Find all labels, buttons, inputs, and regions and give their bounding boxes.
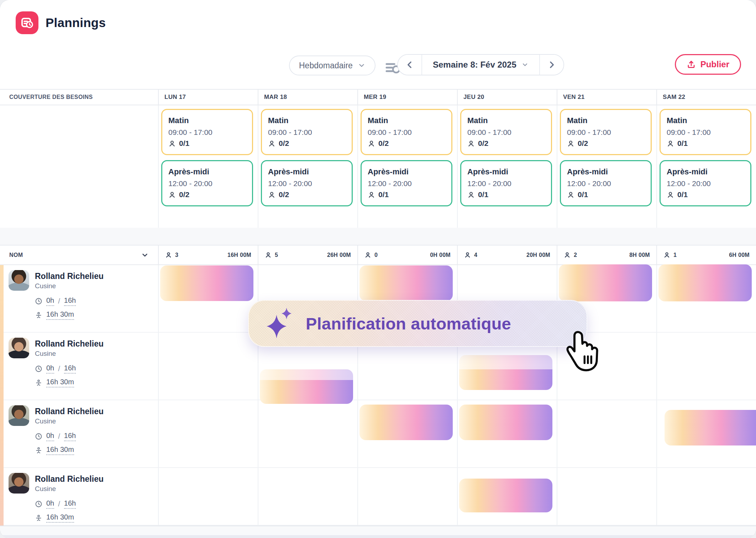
morning-shift-card[interactable]: Matin 09:00 - 17:00 0/2 [560, 109, 652, 155]
week-selector[interactable]: Semaine 8: Fév 2025 [421, 55, 540, 75]
clock-icon [35, 500, 42, 508]
day-total-hours: 16H 00M [227, 252, 251, 258]
shift-title: Matin [667, 115, 744, 126]
coverage-day-column: Matin 09:00 - 17:00 0/2 Après-midi 12:00… [357, 105, 457, 228]
person-icon [663, 252, 670, 258]
schedule-cell[interactable] [158, 468, 258, 526]
shift-bar[interactable] [160, 265, 253, 301]
hours-worked[interactable]: 16h 30m [46, 513, 74, 523]
shift-title: Matin [168, 115, 246, 126]
hours-current[interactable]: 0h [46, 432, 54, 441]
shift-title: Matin [268, 115, 346, 126]
day-header-cell: JEU 20 [457, 90, 557, 105]
hours-worked[interactable]: 16h 30m [46, 310, 74, 320]
shift-count: 0/2 [478, 139, 488, 148]
employee-row[interactable]: Rolland Richelieu Cusine 0h / 16h 16h 30… [0, 265, 158, 333]
shift-count: 0/1 [677, 190, 688, 199]
next-week-button[interactable] [540, 55, 563, 75]
schedule-cell[interactable] [158, 400, 258, 468]
shift-title: Après-midi [467, 167, 545, 177]
hours-total[interactable]: 16h [64, 499, 76, 509]
day-header-cell: MER 19 [357, 90, 457, 105]
employee-role: Cusine [35, 484, 104, 494]
afternoon-shift-card[interactable]: Après-midi 12:00 - 20:00 0/2 [261, 160, 353, 206]
morning-shift-card[interactable]: Matin 09:00 - 17:00 0/1 [660, 109, 751, 155]
hours-total[interactable]: 16h [64, 364, 76, 374]
afternoon-shift-card[interactable]: Après-midi 12:00 - 20:00 0/2 [161, 160, 253, 206]
person-icon [168, 140, 176, 147]
schedule-cell[interactable] [158, 333, 258, 400]
hours-total[interactable]: 16h [64, 296, 76, 306]
avatar [9, 270, 29, 291]
hours-worked[interactable]: 16h 30m [46, 445, 74, 455]
shift-bar[interactable] [260, 369, 353, 404]
view-selector[interactable]: Hebdomadaire [289, 56, 376, 75]
day-total-hours: 6H 00M [729, 252, 750, 258]
employee-row[interactable]: Rolland Richelieu Cusine 0h / 16h 16h 30… [0, 468, 158, 526]
day-header-cell: LUN 17 [158, 90, 258, 105]
shift-bar[interactable] [359, 265, 453, 301]
person-icon [265, 252, 272, 258]
shift-count: 0/2 [578, 139, 588, 148]
morning-shift-card[interactable]: Matin 09:00 - 17:00 0/2 [261, 109, 353, 155]
schedule-cell[interactable] [557, 468, 656, 526]
schedule-cell[interactable] [656, 468, 756, 526]
schedule-cell[interactable] [258, 468, 357, 526]
schedule-cell[interactable] [557, 400, 656, 468]
day-stats-cell: 4 20H 00M [457, 246, 557, 264]
hours-worked-icon [35, 447, 42, 454]
day-stats-cell: 3 16H 00M [158, 246, 258, 264]
clock-icon [35, 433, 42, 440]
day-header-label: MER 19 [364, 94, 386, 101]
hours-current[interactable]: 0h [46, 296, 54, 306]
shift-bar[interactable] [459, 405, 552, 440]
schedule-cell[interactable] [357, 468, 457, 526]
shift-time: 09:00 - 17:00 [268, 127, 346, 138]
morning-shift-card[interactable]: Matin 09:00 - 17:00 0/2 [460, 109, 552, 155]
shift-bar[interactable] [359, 405, 453, 440]
coverage-day-column: Matin 09:00 - 17:00 0/1 Après-midi 12:00… [158, 105, 258, 228]
schedule-cell[interactable] [656, 333, 756, 400]
hours-worked-icon [35, 514, 42, 522]
person-icon [564, 252, 571, 258]
shift-bar[interactable] [559, 264, 652, 301]
view-selector-label: Hebdomadaire [299, 61, 353, 70]
afternoon-shift-card[interactable]: Après-midi 12:00 - 20:00 0/1 [460, 160, 552, 206]
coverage-day-column: Matin 09:00 - 17:00 0/2 Après-midi 12:00… [258, 105, 357, 228]
shift-bar[interactable] [459, 479, 552, 512]
shift-time: 12:00 - 20:00 [268, 178, 346, 189]
horizontal-scrollbar[interactable] [0, 535, 756, 538]
hours-current[interactable]: 0h [46, 499, 54, 509]
shift-title: Après-midi [567, 167, 645, 177]
hours-worked[interactable]: 16h 30m [46, 378, 74, 387]
worked-hours-line: 16h 30m [35, 445, 104, 455]
sort-chevron-icon[interactable] [141, 251, 149, 259]
person-icon [667, 140, 674, 147]
publish-button[interactable]: Publier [675, 54, 741, 75]
schedule-cell[interactable] [258, 400, 357, 468]
clock-icon [35, 365, 42, 373]
app-logo [16, 11, 38, 34]
day-total-hours: 20H 00M [526, 252, 550, 258]
shift-bar[interactable] [459, 355, 552, 390]
auto-planning-button[interactable]: Planification automatique [248, 300, 587, 347]
app-header: Plannings [0, 0, 756, 43]
hours-current[interactable]: 0h [46, 364, 54, 374]
day-stats-cell: 5 26H 00M [258, 246, 357, 264]
shift-bar[interactable] [665, 410, 756, 445]
afternoon-shift-card[interactable]: Après-midi 12:00 - 20:00 0/1 [660, 160, 751, 206]
shift-time: 09:00 - 17:00 [667, 127, 744, 138]
day-total-hours: 8H 00M [629, 252, 650, 258]
morning-shift-card[interactable]: Matin 09:00 - 17:00 0/1 [161, 109, 253, 155]
previous-week-button[interactable] [398, 55, 421, 75]
day-employee-count: 2 [574, 252, 577, 258]
shift-bar[interactable] [658, 264, 752, 301]
day-header-label: LUN 17 [164, 94, 186, 101]
employee-row[interactable]: Rolland Richelieu Cusine 0h / 16h 16h 30… [0, 400, 158, 468]
person-icon [567, 191, 574, 199]
hours-total[interactable]: 16h [64, 432, 76, 441]
employee-row[interactable]: Rolland Richelieu Cusine 0h / 16h 16h 30… [0, 333, 158, 400]
morning-shift-card[interactable]: Matin 09:00 - 17:00 0/2 [361, 109, 452, 155]
afternoon-shift-card[interactable]: Après-midi 12:00 - 20:00 0/1 [560, 160, 652, 206]
afternoon-shift-card[interactable]: Après-midi 12:00 - 20:00 0/1 [361, 160, 452, 206]
